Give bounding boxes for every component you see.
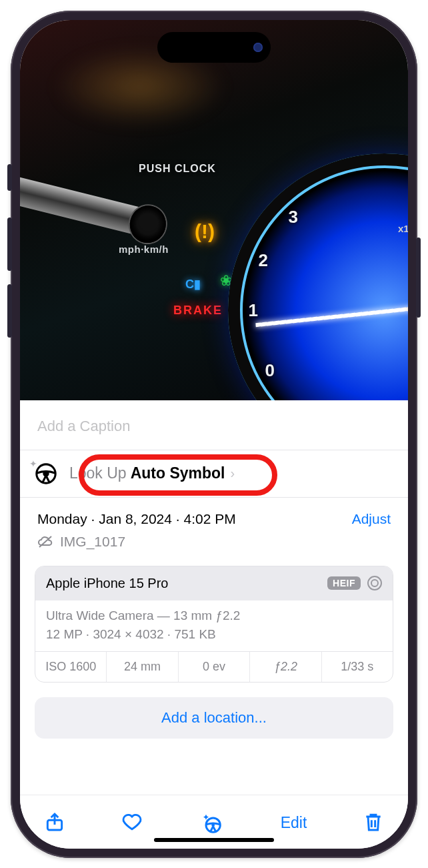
info-sheet: Add a Caption ✦ Look Up Auto Symbol › [20,400,408,849]
filename-label: IMG_1017 [60,534,125,550]
metadata-block: Monday · Jan 8, 2024 · 4:02 PM Adjust IM… [20,498,408,556]
front-camera-icon [253,43,263,52]
tachometer-gauge [228,153,408,400]
tpms-warning-icon: (!) [195,220,215,243]
dynamic-island [157,32,271,63]
photo-preview[interactable]: PUSH CLOCK mph·km/h (!) C▮ ❀ BRAKE 0 1 2… [20,20,408,400]
coolant-temp-icon: C▮ [185,277,201,292]
adjust-button[interactable]: Adjust [352,511,391,527]
side-button [416,238,421,318]
iphone-frame: PUSH CLOCK mph·km/h (!) C▮ ❀ BRAKE 0 1 2… [11,11,417,858]
push-clock-label: PUSH CLOCK [139,163,216,175]
exif-aperture: ƒ2.2 [250,652,321,682]
chevron-right-icon: › [231,466,235,481]
lookup-prefix: Look Up [69,464,127,482]
add-location-button[interactable]: Add a location... [35,697,393,739]
tacho-x10-label: x10 [398,223,408,234]
exif-focal: 24 mm [107,652,178,682]
exif-card: Apple iPhone 15 Pro HEIF Ultra Wide Came… [35,566,393,683]
exif-ev: 0 ev [179,652,250,682]
resolution-info: 12 MP · 3024 × 4032 · 751 KB [46,627,382,642]
screen: PUSH CLOCK mph·km/h (!) C▮ ❀ BRAKE 0 1 2… [20,20,408,849]
exif-shutter: 1/33 s [322,652,393,682]
lookup-label: Look Up Auto Symbol › [69,464,235,482]
steering-wheel-icon: ✦ [35,462,57,485]
tacho-tick-3: 3 [289,207,298,228]
silence-switch [7,164,12,191]
caption-field[interactable]: Add a Caption [20,400,408,450]
lens-icon [367,576,382,590]
dashboard-stalk [20,175,161,239]
lens-info: Ultra Wide Camera — 13 mm ƒ2.2 [46,608,382,623]
favorite-button[interactable] [121,811,143,835]
volume-down-button [7,284,12,338]
visual-lookup-button[interactable] [198,810,225,837]
edit-button[interactable]: Edit [281,814,307,832]
icloud-off-icon [37,535,53,548]
delete-button[interactable] [363,811,384,835]
format-badge: HEIF [327,576,361,590]
device-model: Apple iPhone 15 Pro [46,576,168,591]
exif-iso: ISO 1600 [35,652,107,682]
brake-warning-label: BRAKE [173,304,223,318]
speed-units-label: mph·km/h [119,244,169,255]
sparkle-icon: ✦ [29,458,37,469]
lookup-subject: Auto Symbol [131,464,225,482]
tacho-tick-2: 2 [259,250,268,271]
volume-up-button [7,218,12,271]
tacho-tick-0: 0 [265,360,275,381]
share-button[interactable] [44,811,65,835]
visual-lookup-row[interactable]: ✦ Look Up Auto Symbol › [20,450,408,498]
home-indicator[interactable] [154,838,274,842]
capture-datetime: Monday · Jan 8, 2024 · 4:02 PM [37,511,236,527]
tacho-tick-1: 1 [249,300,258,321]
